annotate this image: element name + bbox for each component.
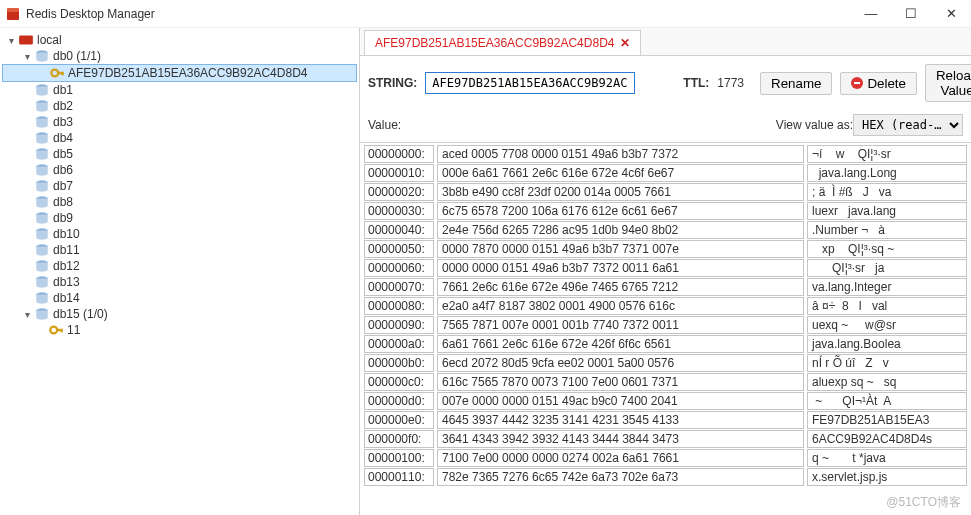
hex-row: 00000040:2e4e 756d 6265 7286 ac95 1d0b 9… <box>364 221 967 239</box>
server-icon <box>18 33 34 47</box>
hex-offset: 00000100: <box>364 449 434 467</box>
value-label: Value: <box>368 118 401 132</box>
hex-offset: 00000050: <box>364 240 434 258</box>
tab-title: AFE97DB251AB15EA36ACC9B92AC4D8D4 <box>375 36 614 50</box>
hex-ascii: java.lang.Long <box>807 164 967 182</box>
hex-offset: 00000010: <box>364 164 434 182</box>
hex-row: 000000c0:616c 7565 7870 0073 7100 7e00 0… <box>364 373 967 391</box>
tab-strip: AFE97DB251AB15EA36ACC9B92AC4D8D4 ✕ <box>360 28 971 56</box>
chevron-down-icon[interactable]: ▾ <box>4 35 18 46</box>
watermark: @51CTO博客 <box>886 494 961 511</box>
hex-ascii: FE97DB251AB15EA3 <box>807 411 967 429</box>
hex-ascii: QI¦³·sr ja <box>807 259 967 277</box>
hex-row: 00000110:782e 7365 7276 6c65 742e 6a73 7… <box>364 468 967 486</box>
svg-rect-1 <box>7 8 19 12</box>
hex-offset: 00000020: <box>364 183 434 201</box>
hex-bytes: 616c 7565 7870 0073 7100 7e00 0601 7371 <box>437 373 804 391</box>
close-icon[interactable]: ✕ <box>620 36 630 50</box>
key-icon <box>49 66 65 80</box>
hex-row: 00000000:aced 0005 7708 0000 0151 49a6 b… <box>364 145 967 163</box>
hex-row: 00000080:e2a0 a4f7 8187 3802 0001 4900 0… <box>364 297 967 315</box>
tree-db-node[interactable]: db7 <box>2 178 357 194</box>
tree-db-node[interactable]: ▾db15 (1/0) <box>2 306 357 322</box>
tree-db-node[interactable]: db3 <box>2 114 357 130</box>
window-title: Redis Desktop Manager <box>26 7 155 21</box>
hex-offset: 000000d0: <box>364 392 434 410</box>
hex-ascii: va.lang.Integer <box>807 278 967 296</box>
value-bar: Value: View value as: HEX (read-… <box>360 108 971 142</box>
min-button[interactable]: — <box>851 6 891 21</box>
hex-row: 00000100:7100 7e00 0000 0000 0274 002a 6… <box>364 449 967 467</box>
db-icon <box>34 147 50 161</box>
svg-rect-2 <box>19 35 33 44</box>
reload-button[interactable]: Reload Value <box>925 64 971 102</box>
hex-bytes: 7565 7871 007e 0001 001b 7740 7372 0011 <box>437 316 804 334</box>
db-icon <box>34 115 50 129</box>
hex-viewer[interactable]: 00000000:aced 0005 7708 0000 0151 49a6 b… <box>360 142 971 515</box>
hex-ascii: q ~ t *java <box>807 449 967 467</box>
hex-ascii: ¬í w QI¦³·sr <box>807 145 967 163</box>
tree-db-node[interactable]: db12 <box>2 258 357 274</box>
tab-key[interactable]: AFE97DB251AB15EA36ACC9B92AC4D8D4 ✕ <box>364 30 641 55</box>
hex-bytes: 7100 7e00 0000 0000 0274 002a 6a61 7661 <box>437 449 804 467</box>
db-icon <box>34 195 50 209</box>
hex-ascii: ~ QI¬¹Àt A <box>807 392 967 410</box>
db-icon <box>34 83 50 97</box>
hex-bytes: 0000 7870 0000 0151 49a6 b3b7 7371 007e <box>437 240 804 258</box>
tree-key-node[interactable]: 11 <box>2 322 357 338</box>
hex-offset: 00000000: <box>364 145 434 163</box>
hex-ascii: aluexp sq ~ sq <box>807 373 967 391</box>
chevron-icon[interactable]: ▾ <box>20 309 34 320</box>
max-button[interactable]: ☐ <box>891 6 931 21</box>
tree-db-node[interactable]: db5 <box>2 146 357 162</box>
tree-db-node[interactable]: db6 <box>2 162 357 178</box>
key-bar: STRING: TTL: 1773 Rename Delete Reload V… <box>360 56 971 108</box>
view-as-label: View value as: <box>776 118 853 132</box>
hex-offset: 00000080: <box>364 297 434 315</box>
hex-offset: 000000b0: <box>364 354 434 372</box>
hex-row: 000000a0:6a61 7661 2e6c 616e 672e 426f 6… <box>364 335 967 353</box>
tree-db-node[interactable]: db1 <box>2 82 357 98</box>
rename-button[interactable]: Rename <box>760 72 832 95</box>
view-mode-select[interactable]: HEX (read-… <box>853 114 963 136</box>
key-name-input[interactable] <box>425 72 635 94</box>
hex-bytes: 6a61 7661 2e6c 616e 672e 426f 6f6c 6561 <box>437 335 804 353</box>
key-tree[interactable]: ▾ local ▾db0 (1/1)AFE97DB251AB15EA36ACC9… <box>0 28 360 515</box>
hex-ascii: java.lang.Boolea <box>807 335 967 353</box>
tree-db-node[interactable]: db13 <box>2 274 357 290</box>
tree-db-node[interactable]: ▾db0 (1/1) <box>2 48 357 64</box>
hex-bytes: 000e 6a61 7661 2e6c 616e 672e 4c6f 6e67 <box>437 164 804 182</box>
hex-offset: 000000f0: <box>364 430 434 448</box>
tree-db-node[interactable]: db10 <box>2 226 357 242</box>
hex-row: 000000b0:6ecd 2072 80d5 9cfa ee02 0001 5… <box>364 354 967 372</box>
tree-db-node[interactable]: db11 <box>2 242 357 258</box>
hex-bytes: 6c75 6578 7200 106a 6176 612e 6c61 6e67 <box>437 202 804 220</box>
db-icon <box>34 259 50 273</box>
tree-db-node[interactable]: db4 <box>2 130 357 146</box>
tree-key-node[interactable]: AFE97DB251AB15EA36ACC9B92AC4D8D4 <box>2 64 357 82</box>
type-label: STRING: <box>368 76 417 90</box>
hex-offset: 00000110: <box>364 468 434 486</box>
ttl-label: TTL: <box>683 76 709 90</box>
db-icon <box>34 131 50 145</box>
tree-server-node[interactable]: ▾ local <box>2 32 357 48</box>
hex-bytes: 3641 4343 3942 3932 4143 3444 3844 3473 <box>437 430 804 448</box>
hex-offset: 000000a0: <box>364 335 434 353</box>
hex-bytes: 4645 3937 4442 3235 3141 4231 3545 4133 <box>437 411 804 429</box>
db-icon <box>34 307 50 321</box>
hex-ascii: nÍ r Õ úî Z v <box>807 354 967 372</box>
tree-db-node[interactable]: db2 <box>2 98 357 114</box>
tree-db-node[interactable]: db9 <box>2 210 357 226</box>
db-icon <box>34 227 50 241</box>
close-button[interactable]: ✕ <box>931 6 971 21</box>
hex-offset: 00000040: <box>364 221 434 239</box>
tree-db-node[interactable]: db8 <box>2 194 357 210</box>
hex-bytes: e2a0 a4f7 8187 3802 0001 4900 0576 616c <box>437 297 804 315</box>
tree-db-node[interactable]: db14 <box>2 290 357 306</box>
chevron-icon[interactable]: ▾ <box>20 51 34 62</box>
delete-icon <box>851 77 863 89</box>
hex-bytes: 6ecd 2072 80d5 9cfa ee02 0001 5a00 0576 <box>437 354 804 372</box>
db-icon <box>34 243 50 257</box>
key-icon <box>48 323 64 337</box>
delete-button[interactable]: Delete <box>840 72 917 95</box>
